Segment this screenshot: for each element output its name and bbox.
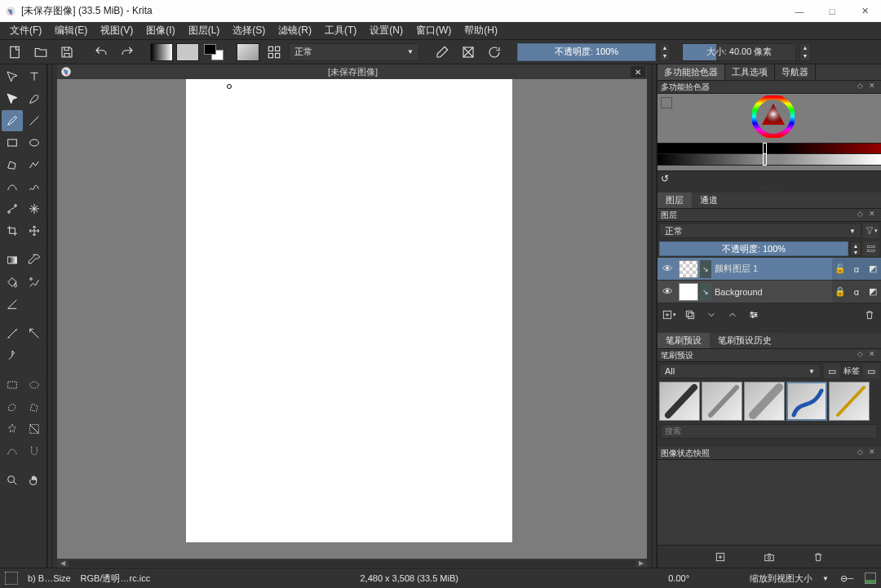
alpha-icon[interactable]: α — [848, 258, 865, 281]
brush-tag-select[interactable]: All▼ — [659, 364, 821, 378]
tab-channels[interactable]: 通道 — [692, 192, 726, 208]
menu-select[interactable]: 选择(S) — [226, 22, 272, 39]
menu-window[interactable]: 窗口(W) — [410, 22, 458, 39]
layer-item-background[interactable]: 👁 ↘ Background 🔒 α ◩ — [657, 281, 881, 303]
close-panel-button[interactable]: ✕ — [866, 448, 878, 459]
tab-navigator[interactable]: 导航器 — [775, 64, 816, 80]
zoom-select[interactable]: 缩放到视图大小 — [750, 573, 812, 585]
brush-size-slider[interactable]: 大小: 40.00 像素 — [682, 43, 796, 61]
delete-layer-button[interactable] — [861, 307, 878, 323]
inherit-alpha-icon[interactable]: ◩ — [865, 281, 881, 303]
document-close-button[interactable]: ✕ — [631, 66, 645, 77]
tool-rectangle[interactable] — [2, 132, 23, 153]
layer-item-paint[interactable]: 👁 ↘ 颜料图层 1 🔓 α ◩ — [657, 258, 881, 281]
tool-edit-shapes[interactable] — [2, 88, 23, 109]
color-saturation-strip[interactable] — [657, 143, 881, 154]
pattern-selector[interactable] — [176, 43, 199, 61]
redo-button[interactable] — [116, 42, 139, 63]
panel-splitter[interactable]: ······ — [657, 326, 881, 333]
brush-preset[interactable] — [786, 382, 827, 421]
color-reset-icon[interactable]: ↺ — [661, 173, 669, 184]
lock-icon[interactable]: 🔒 — [832, 281, 848, 303]
brush-preset[interactable] — [744, 382, 785, 421]
tool-calligraphy[interactable] — [24, 88, 45, 109]
zoom-slider[interactable]: ⊖─ — [839, 573, 855, 584]
snapshot-delete-button[interactable] — [810, 549, 826, 565]
layer-blend-mode[interactable]: 正常▼ — [659, 223, 861, 238]
tool-freehand-path[interactable] — [24, 176, 45, 197]
tool-multi-brush[interactable] — [24, 198, 45, 219]
float-panel-button[interactable]: ◇ — [854, 448, 866, 459]
reload-preset-button[interactable] — [483, 42, 506, 63]
menu-image[interactable]: 图像(I) — [139, 22, 181, 39]
open-file-button[interactable] — [29, 42, 52, 63]
tab-brush-presets[interactable]: 笔刷预设 — [657, 333, 710, 348]
tool-select-bezier[interactable] — [2, 440, 23, 462]
close-panel-button[interactable]: ✕ — [866, 82, 878, 93]
tool-dynamic-brush[interactable] — [2, 198, 23, 219]
layer-filter-button[interactable]: ▾ — [863, 223, 879, 238]
visibility-toggle-icon[interactable]: 👁 — [657, 285, 677, 298]
menu-tools[interactable]: 工具(T) — [318, 22, 363, 39]
tool-select-polygon[interactable] — [24, 396, 45, 418]
horizontal-scrollbar[interactable]: ◀▶ — [57, 559, 647, 568]
brush-preset[interactable] — [659, 382, 700, 421]
close-button[interactable]: ✕ — [848, 0, 881, 22]
layer-opacity-spinner[interactable]: ▲▼ — [850, 241, 861, 256]
brush-view-mode-button[interactable]: ▭ — [824, 364, 840, 378]
tool-smart-fill[interactable] — [24, 272, 45, 293]
size-spinner[interactable]: ▲▼ — [799, 43, 811, 61]
tool-measure[interactable] — [2, 323, 23, 344]
panel-splitter[interactable]: ······ — [657, 186, 881, 192]
gradient-selector[interactable] — [150, 43, 173, 61]
tool-fill[interactable] — [2, 272, 23, 293]
brush-hud-button[interactable] — [263, 42, 286, 63]
tool-select-freehand[interactable] — [2, 396, 23, 418]
tool-zoom[interactable] — [2, 470, 23, 491]
visibility-toggle-icon[interactable]: 👁 — [657, 263, 677, 275]
brush-search-input[interactable]: 搜索 — [661, 424, 878, 439]
tool-reference[interactable] — [24, 323, 45, 344]
move-layer-down-button[interactable] — [703, 307, 719, 323]
minimize-button[interactable]: — — [783, 0, 816, 22]
close-panel-button[interactable]: ✕ — [866, 210, 878, 221]
menu-filter[interactable]: 滤镜(R) — [272, 22, 318, 39]
float-panel-button[interactable]: ◇ — [854, 350, 866, 361]
tool-select-contiguous[interactable] — [2, 418, 23, 440]
opacity-spinner[interactable]: ▲▼ — [659, 43, 671, 61]
tool-transform[interactable] — [2, 66, 23, 87]
tool-polygon[interactable] — [2, 154, 23, 175]
layer-properties-button[interactable] — [863, 241, 879, 256]
tool-crop[interactable] — [2, 220, 23, 241]
tool-move[interactable] — [24, 220, 45, 241]
snapshot-add-button[interactable] — [712, 549, 728, 565]
eraser-mode-button[interactable] — [431, 42, 454, 63]
tool-bezier[interactable] — [2, 176, 23, 197]
tool-line[interactable] — [24, 110, 45, 131]
tool-color-picker[interactable] — [24, 250, 45, 271]
tool-brush[interactable] — [2, 110, 23, 131]
tab-color-picker[interactable]: 多功能拾色器 — [657, 64, 725, 80]
alpha-icon[interactable]: α — [848, 281, 865, 303]
blend-mode-select[interactable]: 正常▼ — [289, 43, 419, 61]
layer-opacity-slider[interactable]: 不透明度: 100% — [659, 241, 848, 256]
brush-preset[interactable] — [829, 382, 870, 421]
layer-settings-button[interactable] — [746, 307, 762, 323]
tool-assistant[interactable] — [2, 294, 23, 315]
float-panel-button[interactable]: ◇ — [854, 210, 866, 221]
tab-layers[interactable]: 图层 — [657, 192, 692, 208]
opacity-slider[interactable]: 不透明度: 100% — [517, 43, 656, 61]
float-panel-button[interactable]: ◇ — [854, 82, 866, 93]
layer-name-label[interactable]: Background — [711, 287, 832, 297]
brush-editor-button[interactable] — [237, 43, 259, 61]
tab-tool-options[interactable]: 工具选项 — [725, 64, 775, 80]
tool-polyline[interactable] — [24, 154, 45, 175]
alpha-lock-button[interactable] — [457, 42, 480, 63]
selection-mode-icon[interactable] — [5, 572, 18, 585]
menu-layer[interactable]: 图层(L) — [182, 22, 227, 39]
panel-splitter[interactable]: ······ — [657, 440, 881, 447]
menu-file[interactable]: 文件(F) — [3, 22, 48, 39]
canvas-viewport[interactable] — [57, 79, 647, 559]
color-options-icon[interactable] — [661, 97, 672, 108]
tool-select-ellipse[interactable] — [24, 374, 45, 396]
